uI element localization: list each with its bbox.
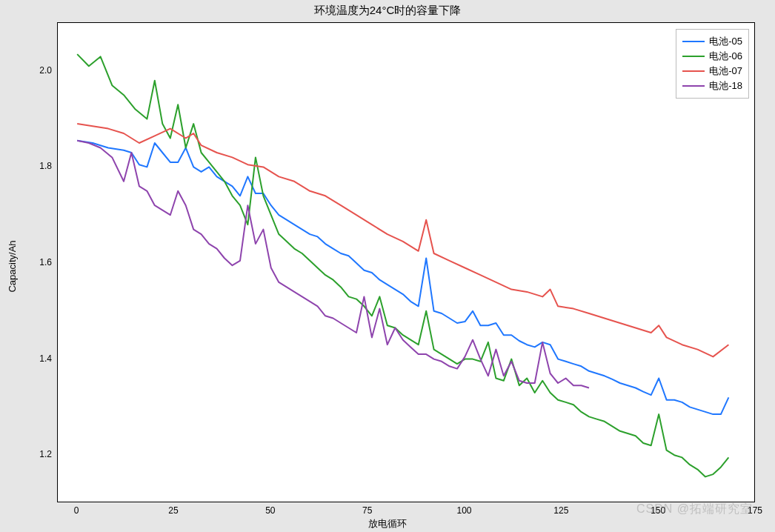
x-tick: 100 bbox=[456, 505, 471, 516]
y-axis-label: Capacity/Ah bbox=[4, 0, 19, 532]
legend-swatch bbox=[682, 41, 705, 42]
x-axis-label: 放电循环 bbox=[0, 517, 775, 531]
series-line-3 bbox=[77, 141, 589, 388]
y-tick: 1.2 bbox=[39, 449, 52, 459]
x-tick: 50 bbox=[265, 505, 275, 516]
chart-frame: 环境温度为24°C时的容量下降 Capacity/Ah 1.21.41.61.8… bbox=[0, 0, 775, 532]
legend-item-3: 电池-18 bbox=[682, 79, 742, 93]
series-line-2 bbox=[77, 124, 728, 356]
legend-item-2: 电池-07 bbox=[682, 64, 742, 79]
series-line-0 bbox=[77, 141, 728, 414]
legend: 电池-05电池-06电池-07电池-18 bbox=[676, 29, 749, 99]
legend-swatch bbox=[682, 70, 705, 72]
legend-swatch bbox=[682, 56, 705, 57]
y-tick: 1.8 bbox=[39, 161, 52, 171]
plot-svg bbox=[58, 23, 756, 503]
legend-swatch bbox=[682, 85, 705, 87]
y-tick: 1.4 bbox=[39, 353, 52, 364]
x-tick: 150 bbox=[651, 505, 665, 516]
x-tick: 0 bbox=[74, 505, 79, 516]
y-axis-label-text: Capacity/Ah bbox=[7, 240, 18, 292]
series-line-1 bbox=[77, 54, 728, 476]
x-tick: 175 bbox=[748, 505, 762, 516]
legend-item-1: 电池-06 bbox=[682, 49, 742, 64]
plot-area bbox=[57, 22, 755, 502]
legend-item-0: 电池-05 bbox=[682, 34, 742, 49]
legend-label: 电池-05 bbox=[709, 34, 742, 49]
x-tick: 25 bbox=[168, 505, 178, 516]
legend-label: 电池-07 bbox=[709, 64, 742, 79]
y-tick: 1.6 bbox=[39, 257, 52, 267]
legend-label: 电池-18 bbox=[709, 79, 742, 93]
legend-label: 电池-06 bbox=[709, 49, 742, 64]
x-tick: 125 bbox=[553, 505, 568, 516]
chart-title: 环境温度为24°C时的容量下降 bbox=[0, 4, 775, 18]
x-tick: 75 bbox=[362, 505, 372, 516]
y-tick: 2.0 bbox=[39, 65, 52, 76]
